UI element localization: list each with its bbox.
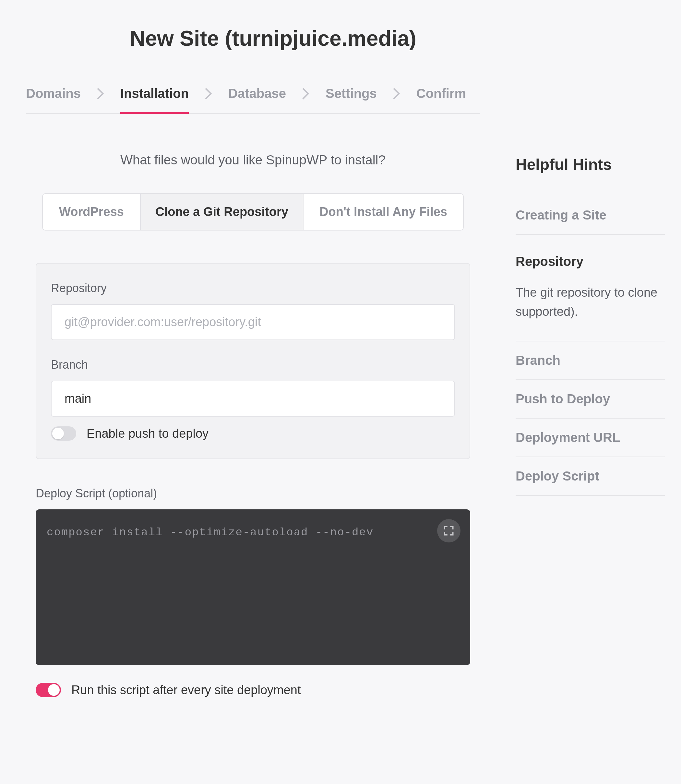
push-deploy-toggle[interactable] — [51, 426, 76, 440]
page-title: New Site (turnipjuice.media) — [130, 26, 480, 51]
breadcrumb-domains[interactable]: Domains — [26, 86, 81, 113]
tab-wordpress[interactable]: WordPress — [43, 194, 140, 230]
deploy-script-code: composer install --optimize-autoload --n… — [47, 526, 374, 539]
expand-icon[interactable] — [437, 519, 461, 542]
branch-input[interactable] — [51, 381, 455, 417]
hint-branch[interactable]: Branch — [516, 341, 665, 380]
deploy-script-editor[interactable]: composer install --optimize-autoload --n… — [36, 509, 470, 665]
hint-repository-head: Repository — [516, 235, 665, 269]
chevron-right-icon — [205, 88, 212, 100]
run-script-label: Run this script after every site deploym… — [71, 683, 301, 697]
install-question: What files would you like SpinupWP to in… — [26, 153, 480, 167]
hint-repository-desc: The git repository to clone supported). — [516, 283, 665, 341]
run-script-toggle[interactable] — [36, 683, 61, 697]
repo-label: Repository — [51, 282, 455, 295]
hint-deploy-script[interactable]: Deploy Script — [516, 457, 665, 496]
deploy-script-label: Deploy Script (optional) — [36, 487, 470, 500]
breadcrumb-installation[interactable]: Installation — [120, 86, 189, 113]
chevron-right-icon — [393, 88, 400, 100]
chevron-right-icon — [97, 88, 104, 100]
repo-input[interactable] — [51, 304, 455, 340]
breadcrumb-database[interactable]: Database — [228, 86, 286, 113]
breadcrumb-confirm[interactable]: Confirm — [417, 86, 466, 113]
git-panel: Repository Branch Enable push to deploy — [36, 263, 470, 459]
breadcrumb-settings[interactable]: Settings — [326, 86, 377, 113]
hint-creating-site[interactable]: Creating a Site — [516, 196, 665, 235]
hint-deployment-url[interactable]: Deployment URL — [516, 418, 665, 457]
tab-git[interactable]: Clone a Git Repository — [140, 194, 304, 230]
helpful-hints: Helpful Hints Creating a Site Repository… — [516, 156, 665, 697]
tab-none[interactable]: Don't Install Any Files — [304, 194, 463, 230]
hints-title: Helpful Hints — [516, 156, 665, 173]
breadcrumb: Domains Installation Database Settings C… — [26, 86, 480, 114]
branch-label: Branch — [51, 358, 455, 372]
hint-push-deploy[interactable]: Push to Deploy — [516, 380, 665, 418]
install-type-tabs: WordPress Clone a Git Repository Don't I… — [42, 193, 464, 231]
chevron-right-icon — [302, 88, 309, 100]
push-deploy-label: Enable push to deploy — [87, 427, 209, 440]
